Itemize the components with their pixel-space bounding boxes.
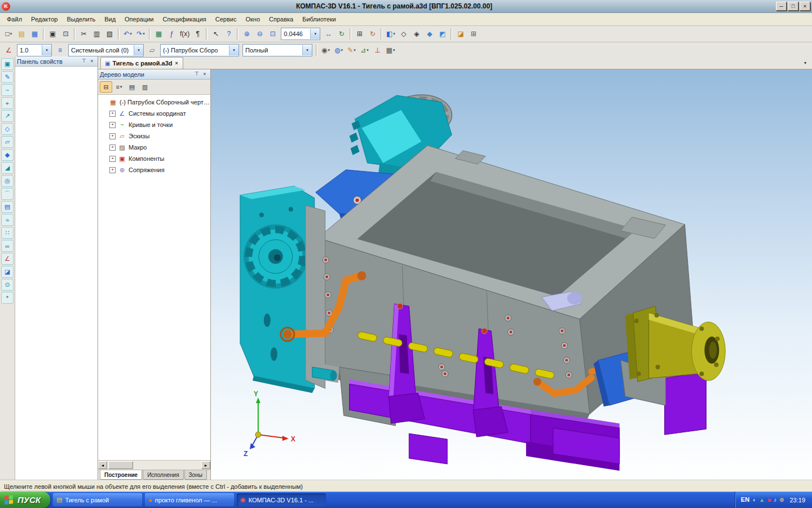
context-help-button[interactable]: ? xyxy=(222,28,235,40)
projection-tool[interactable]: ↗ xyxy=(1,110,14,122)
perspective-button[interactable]: ◩ xyxy=(436,28,449,40)
tree-expander-icon[interactable]: + xyxy=(109,133,116,139)
menu-item[interactable]: Редактор xyxy=(27,14,62,24)
start-button[interactable]: ПУСК xyxy=(0,492,50,508)
tree-tab[interactable]: Построение xyxy=(100,470,142,480)
shaded-view-button[interactable]: ◆ xyxy=(423,28,436,40)
menu-item[interactable]: Выделить xyxy=(62,14,100,24)
combo-arrow-icon[interactable]: ▾ xyxy=(229,45,239,55)
task-kompas[interactable]: ◉ КОМПАС-3D V16.1 - ... xyxy=(237,493,326,506)
undo-button[interactable]: ↶ ▾ xyxy=(121,28,134,40)
open-document-button[interactable]: ▤ xyxy=(15,28,28,40)
paste-button[interactable]: ▧ xyxy=(103,28,116,40)
close-button[interactable]: × xyxy=(800,2,810,11)
task-tigel-folder[interactable]: ▤ Тигель с рамой xyxy=(53,493,142,506)
tray-icon-status[interactable]: ◐ xyxy=(753,497,756,503)
properties-tool[interactable]: ▣ xyxy=(1,58,14,70)
menu-item[interactable]: Сервис xyxy=(211,14,241,24)
pin-icon[interactable]: ⊤ xyxy=(193,71,201,78)
tab-close-icon[interactable]: × xyxy=(175,60,179,66)
combo-arrow-icon[interactable]: ▾ xyxy=(302,45,312,55)
language-indicator[interactable]: EN xyxy=(741,497,749,503)
hole-tool[interactable]: ◎ xyxy=(1,175,14,187)
array-tool[interactable]: ∷ xyxy=(1,227,14,239)
tree-report-button[interactable]: ▥ xyxy=(139,81,151,93)
close-icon[interactable]: × xyxy=(88,58,96,65)
sketch-tool[interactable]: ✎ xyxy=(1,71,14,83)
tray-icon-network[interactable]: ▲ xyxy=(759,497,765,503)
tree-horizontal-scrollbar[interactable]: ◄ ► xyxy=(98,460,210,470)
plane-tool[interactable]: ◇ xyxy=(1,123,14,135)
current-scale-combo[interactable]: 1.0 ▾ xyxy=(17,44,52,56)
zoom-area-button[interactable]: ⊡ xyxy=(266,28,279,40)
zoom-out-button[interactable]: ⊖ xyxy=(253,28,266,40)
tree-expander-icon[interactable]: + xyxy=(109,111,116,117)
menu-item[interactable]: Библиотеки xyxy=(298,14,341,24)
extrude-tool[interactable]: ◆ xyxy=(1,149,14,161)
display-filter-button[interactable]: ◍ ▾ xyxy=(332,44,345,56)
sheet-tool[interactable]: ▤ xyxy=(1,201,14,213)
document-tab[interactable]: ▣ Тигель с рамой.a3d × xyxy=(100,57,183,69)
chamfer-tool[interactable]: ◢ xyxy=(1,162,14,174)
tree-expander-icon[interactable]: + xyxy=(109,156,116,162)
pin-icon[interactable]: ⊤ xyxy=(80,58,88,65)
variables-button[interactable]: ƒ xyxy=(165,28,178,40)
layers-button[interactable]: ≡ xyxy=(54,44,67,56)
display-mode-combo[interactable]: Полный ▾ xyxy=(242,44,312,56)
tree-doc-button[interactable]: ▤ xyxy=(126,81,138,93)
zoom-tool[interactable]: ⊙ xyxy=(1,279,14,291)
tree-item[interactable]: + ∠ Системы координат xyxy=(100,108,210,119)
tree-item[interactable]: + ▱ Эскизы xyxy=(100,130,210,142)
pan-button[interactable]: ⊞ xyxy=(353,28,366,40)
tree-composition-button[interactable]: ≡ ▾ xyxy=(113,81,125,93)
spline-tool[interactable]: ~ xyxy=(1,84,14,96)
measure-tool[interactable]: ∠ xyxy=(1,253,14,265)
surface-tool[interactable]: ▱ xyxy=(1,136,14,148)
task-browser[interactable]: ● прокто гливенол — ... xyxy=(145,493,234,506)
model-grid-button[interactable]: ⊞ xyxy=(467,28,480,40)
redo-button[interactable]: ↷ ▾ xyxy=(134,28,147,40)
shading-mode-button[interactable]: ◉ ▾ xyxy=(319,44,332,56)
rotate-view-button[interactable]: ↻ xyxy=(366,28,379,40)
menu-item[interactable]: Файл xyxy=(2,14,27,24)
tray-icon-update[interactable]: ⊕ xyxy=(779,497,784,503)
fx-button[interactable]: f(x) xyxy=(178,28,191,40)
quick-orientation-button[interactable]: ⊿ ▾ xyxy=(358,44,371,56)
minimize-button[interactable]: ─ xyxy=(776,2,787,11)
tree-expander-icon[interactable] xyxy=(102,100,107,105)
hidden-lines-button[interactable]: ◈ xyxy=(410,28,423,40)
copy-button[interactable]: ▥ xyxy=(90,28,103,40)
combo-arrow-icon[interactable]: ▾ xyxy=(134,45,143,55)
mesh-button[interactable]: ▦ ▾ xyxy=(384,44,397,56)
sheet-settings-button[interactable]: ▱ xyxy=(145,44,158,56)
tree-expander-icon[interactable]: + xyxy=(109,167,116,173)
tree-tab[interactable]: Зоны xyxy=(184,470,207,480)
tree-structure-button[interactable]: ⊟ xyxy=(100,81,112,93)
edit-in-place-button[interactable]: ✎ ▾ xyxy=(345,44,358,56)
section-view-button[interactable]: ◪ xyxy=(454,28,467,40)
tree-item[interactable]: ▦ (-) Патрубок Сборочный чертёж xyxy=(100,97,210,108)
wireframe-button[interactable]: ◇ xyxy=(397,28,410,40)
show-axes-button[interactable]: ⊥ xyxy=(371,44,384,56)
fillet-tool[interactable]: ⌒ xyxy=(1,188,14,200)
specification-button[interactable]: ▦ xyxy=(152,28,165,40)
print-button[interactable]: ▣ xyxy=(46,28,59,40)
tree-item[interactable]: + ~ Кривые и точки xyxy=(100,119,210,130)
tab-list-chevron-icon[interactable]: ▾ xyxy=(801,59,810,67)
zoom-fit-button[interactable]: ↔ xyxy=(322,28,335,40)
combo-arrow-icon[interactable]: ▾ xyxy=(310,29,320,39)
menu-item[interactable]: Спецификация xyxy=(158,14,211,24)
select-pointer-button[interactable]: ↖ xyxy=(209,28,222,40)
scroll-right-icon[interactable]: ► xyxy=(201,461,210,469)
current-layer-combo[interactable]: Системный слой (0) ▾ xyxy=(68,44,144,56)
3d-model-canvas[interactable]: Y X Z xyxy=(211,69,812,481)
settings-tool[interactable]: * xyxy=(1,292,14,304)
zoom-scale-combo[interactable]: 0.0446 ▾ xyxy=(281,28,320,40)
save-button[interactable]: ▦ xyxy=(28,28,41,40)
scroll-thumb[interactable] xyxy=(108,461,133,469)
wave-tool[interactable]: ≈ xyxy=(1,214,14,226)
viewport[interactable]: Y X Z xyxy=(211,69,812,481)
close-icon[interactable]: × xyxy=(201,71,209,78)
maximize-button[interactable]: □ xyxy=(788,2,798,11)
model-side-plate[interactable] xyxy=(240,186,315,393)
